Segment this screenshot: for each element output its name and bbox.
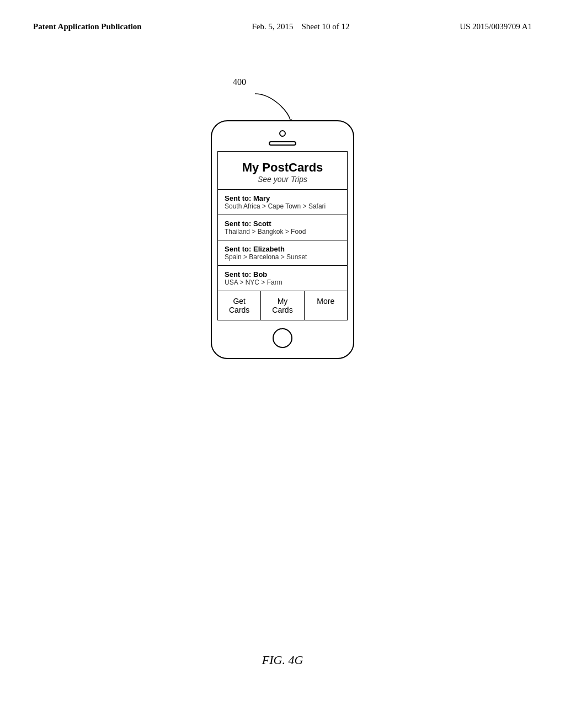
phone-bottom xyxy=(212,320,353,358)
phone-screen: My PostCards See your Trips Sent to: Mar… xyxy=(217,151,348,320)
tab-bar: GetCards MyCards More xyxy=(218,291,347,320)
publication-title: Patent Application Publication xyxy=(33,22,142,31)
tab-my-cards[interactable]: MyCards xyxy=(261,291,304,320)
list-item-path: Spain > Barcelona > Sunset xyxy=(225,253,340,261)
list-item-path: Thailand > Bangkok > Food xyxy=(225,228,340,235)
phone-device: My PostCards See your Trips Sent to: Mar… xyxy=(211,120,354,359)
app-subtitle: See your Trips xyxy=(223,175,342,184)
list-item-name: Sent to: Mary xyxy=(225,194,340,202)
phone-camera xyxy=(279,130,286,137)
diagram-container: 400 My PostCards See your Trips Sent to:… xyxy=(211,77,354,359)
app-header: My PostCards See your Trips xyxy=(218,152,347,190)
list-item-name: Sent to: Bob xyxy=(225,270,340,279)
list-item-name: Sent to: Elizabeth xyxy=(225,245,340,253)
patent-header: Patent Application Publication Feb. 5, 2… xyxy=(0,0,565,42)
list-item-name: Sent to: Scott xyxy=(225,220,340,228)
list-item[interactable]: Sent to: Bob USA > NYC > Farm xyxy=(218,266,347,291)
list-item-path: South Africa > Cape Town > Safari xyxy=(225,202,340,210)
phone-top xyxy=(212,121,353,151)
ref-number: 400 xyxy=(233,77,246,87)
figure-label: FIG. 4G xyxy=(262,653,303,667)
app-title: My PostCards xyxy=(223,160,342,175)
patent-number: US 2015/0039709 A1 xyxy=(460,22,532,31)
home-button[interactable] xyxy=(273,328,292,348)
tab-get-cards[interactable]: GetCards xyxy=(218,291,261,320)
phone-speaker xyxy=(269,141,296,146)
list-item[interactable]: Sent to: Scott Thailand > Bangkok > Food xyxy=(218,215,347,240)
list-item[interactable]: Sent to: Elizabeth Spain > Barcelona > S… xyxy=(218,240,347,266)
list-item[interactable]: Sent to: Mary South Africa > Cape Town >… xyxy=(218,190,347,215)
publication-date: Feb. 5, 2015 Sheet 10 of 12 xyxy=(252,22,349,31)
tab-more[interactable]: More xyxy=(305,291,347,320)
list-item-path: USA > NYC > Farm xyxy=(225,279,340,286)
